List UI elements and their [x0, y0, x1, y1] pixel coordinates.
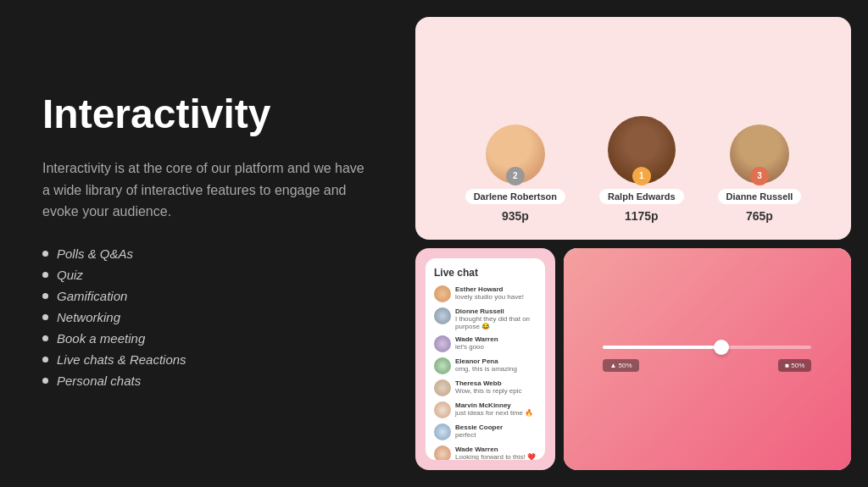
chat-message: Bessie Cooper perfect: [434, 423, 537, 440]
slider-fill: [603, 346, 717, 349]
leaderboard-item: 2 Darlene Robertson 935p: [465, 125, 565, 223]
avatar-wrapper: 3: [730, 125, 789, 184]
chat-content: Eleanor Pena omg, this is amazing: [455, 357, 517, 373]
chat-text: I thought they did that on purpose 😂: [455, 315, 537, 330]
player-score: 935p: [502, 209, 529, 223]
chat-inner: Live chat Esther Howard lovely studio yo…: [426, 258, 545, 461]
player-score: 1175p: [625, 209, 659, 223]
chat-name: Marvin McKinney: [455, 401, 533, 409]
right-panel: 2 Darlene Robertson 935p 1 Ralph Edwards…: [407, 0, 868, 487]
player-name: Ralph Edwards: [599, 189, 683, 204]
feature-item: Book a meeting: [42, 331, 364, 346]
feature-item: Quiz: [42, 268, 364, 282]
bullet-icon: [42, 314, 48, 320]
rank-badge: 2: [506, 167, 525, 185]
avatar-wrapper: 2: [486, 125, 545, 184]
chat-text: Looking forward to this! ❤️: [455, 453, 536, 461]
chat-message: Dionne Russell I thought they did that o…: [434, 307, 537, 330]
chat-avatar: [434, 379, 451, 396]
live-chat-card: Live chat Esther Howard lovely studio yo…: [415, 248, 555, 471]
rank-badge: 1: [632, 167, 651, 185]
chat-name: Esther Howard: [455, 285, 524, 293]
slider-label-left: ▲ 50%: [603, 359, 638, 372]
subtitle-text: Interactivity is at the core of our plat…: [42, 158, 364, 223]
chat-text: omg, this is amazing: [455, 365, 517, 373]
player-score: 765p: [746, 209, 773, 223]
chat-name: Bessie Cooper: [455, 423, 503, 431]
slider-card: ▲ 50% ■ 50%: [564, 248, 851, 471]
chat-content: Wade Warren let's gooo: [455, 335, 498, 351]
chat-content: Bessie Cooper perfect: [455, 423, 503, 439]
features-list: Polls & Q&AsQuizGamificationNetworkingBo…: [42, 246, 364, 395]
slider-thumb[interactable]: [714, 340, 729, 355]
slider-labels: ▲ 50% ■ 50%: [603, 359, 811, 372]
chat-content: Esther Howard lovely studio you have!: [455, 285, 524, 301]
chat-text: Wow, this is reply epic: [455, 387, 522, 395]
chat-name: Wade Warren: [455, 445, 536, 453]
leaderboard-item: 1 Ralph Edwards 1175p: [599, 116, 683, 223]
bullet-icon: [42, 251, 48, 257]
chat-avatar: [434, 357, 451, 374]
slider-track[interactable]: [603, 346, 811, 349]
bullet-icon: [42, 293, 48, 299]
chat-message: Marvin McKinney just ideas for next time…: [434, 401, 537, 418]
slider-label-right: ■ 50%: [778, 359, 811, 372]
chat-avatar: [434, 423, 451, 440]
chat-message: Wade Warren Looking forward to this! ❤️: [434, 445, 537, 461]
chat-avatar: [434, 335, 451, 352]
chat-text: perfect: [455, 431, 503, 439]
leaderboard-item: 3 Dianne Russell 765p: [718, 125, 802, 223]
chat-avatar: [434, 445, 451, 461]
chat-message: Eleanor Pena omg, this is amazing: [434, 357, 537, 374]
chat-message: Esther Howard lovely studio you have!: [434, 285, 537, 302]
player-name: Darlene Robertson: [465, 189, 565, 204]
chat-name: Eleanor Pena: [455, 357, 517, 365]
chat-avatar: [434, 285, 451, 302]
avatar-wrapper: 1: [608, 116, 676, 184]
leaderboard-card: 2 Darlene Robertson 935p 1 Ralph Edwards…: [415, 17, 851, 240]
feature-item: Live chats & Reactions: [42, 352, 364, 367]
chat-content: Theresa Webb Wow, this is reply epic: [455, 379, 522, 395]
rank-badge: 3: [750, 167, 769, 185]
feature-item: Personal chats: [42, 374, 364, 388]
chat-text: just ideas for next time 🔥: [455, 409, 533, 417]
bullet-icon: [42, 357, 48, 362]
bullet-icon: [42, 378, 48, 384]
chat-title: Live chat: [434, 267, 537, 279]
feature-item: Gamification: [42, 289, 364, 303]
chat-content: Marvin McKinney just ideas for next time…: [455, 401, 533, 417]
feature-item: Networking: [42, 310, 364, 324]
chat-avatar: [434, 401, 451, 418]
chat-text: lovely studio you have!: [455, 293, 524, 301]
feature-item: Polls & Q&As: [42, 246, 364, 261]
chat-name: Theresa Webb: [455, 379, 522, 387]
chat-text: let's gooo: [455, 343, 498, 351]
chat-name: Wade Warren: [455, 335, 498, 343]
chat-message: Theresa Webb Wow, this is reply epic: [434, 379, 537, 396]
chat-message: Wade Warren let's gooo: [434, 335, 537, 352]
left-panel: Interactivity Interactivity is at the co…: [0, 0, 407, 487]
bullet-icon: [42, 272, 48, 278]
page-title: Interactivity: [42, 92, 364, 137]
chat-avatar: [434, 307, 451, 324]
chat-content: Wade Warren Looking forward to this! ❤️: [455, 445, 536, 461]
chat-content: Dionne Russell I thought they did that o…: [455, 307, 537, 330]
bullet-icon: [42, 335, 48, 341]
player-name: Dianne Russell: [718, 189, 802, 204]
chat-name: Dionne Russell: [455, 307, 537, 315]
